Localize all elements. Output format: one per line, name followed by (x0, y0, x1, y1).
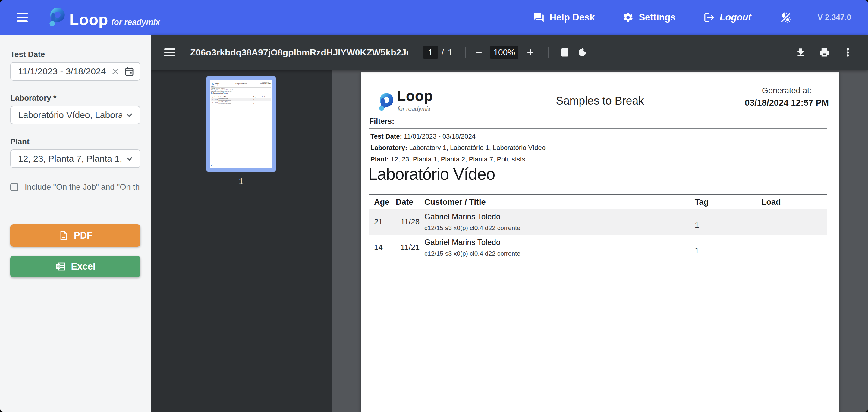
col-age: Age (211, 96, 215, 98)
thumbnail-page-preview: Loop for readymix Samples to Break Gener… (210, 80, 272, 168)
filter-sidebar: Test Date 11/1/2023 - 3/18/2024 Laborato… (0, 35, 151, 412)
table-row: 21 11/28 Gabriel Marins Toledo c12/15 s3… (211, 98, 271, 101)
filter-row-laboratory: Laboratory: Laboratory 1, Laboratório 1,… (211, 90, 271, 90)
cell-customer-title: Gabriel Marins Toledo c12/15 s3 x0(p) cl… (218, 98, 253, 101)
pdf-filename: Z06o3rkbdq38A97jO8gplbmRzdHJlYW0KZW5kb2J… (190, 47, 408, 58)
viewer-menu-icon[interactable] (164, 48, 175, 56)
pdf-export-button[interactable]: PDF (10, 225, 141, 247)
logout-icon (704, 12, 715, 23)
pdf-page: Loop for readymix Samples to Break Gener… (210, 80, 272, 168)
toolbar-divider (465, 47, 466, 58)
app-version: V 2.347.0 (818, 13, 851, 22)
col-tag: Tag (253, 96, 262, 98)
table-row: 14 11/21 Gabriel Marins Toledo c12/15 s3… (369, 235, 827, 261)
filter-row-laboratory: Laboratory: Laboratory 1, Laboratório 1,… (369, 144, 827, 152)
cell-age: 21 (369, 212, 396, 232)
filters-list: Test Date: 11/01/2023 - 03/18/2024 Labor… (369, 133, 827, 167)
theme-toggle-button[interactable] (779, 11, 792, 24)
col-date: Date (215, 96, 218, 98)
menu-icon[interactable] (14, 12, 30, 23)
fit-to-page-button[interactable] (560, 47, 570, 58)
generated-at-label: Generated at: (745, 86, 829, 96)
col-age: Age (369, 198, 396, 207)
filter-row-test-date: Test Date: 11/01/2023 - 03/18/2024 (369, 133, 827, 140)
clear-date-icon[interactable] (111, 67, 120, 76)
settings-button[interactable]: Settings (622, 12, 675, 23)
laboratory-select[interactable]: Laboratório Vídeo, Laborator (10, 106, 141, 125)
chevron-down-icon (124, 153, 134, 164)
table-row: 21 11/28 Gabriel Marins Toledo c12/15 s3… (369, 209, 827, 235)
cell-customer-title: Gabriel Marins Toledo c12/15 s3 x0(p) cl… (218, 102, 253, 104)
pdf-content-area[interactable]: Loop for readymix Samples to Break Gener… (332, 70, 868, 412)
app-logo-tagline: for readymix (111, 18, 160, 27)
cell-load (262, 102, 271, 104)
pdf-page: Loop for readymix Samples to Break Gener… (361, 72, 839, 412)
document-footer: Loopfor readymix Powered by Loop For Rea… (211, 165, 271, 166)
generated-at: Generated at: 03/18/2024 12:57 PM (745, 86, 829, 108)
excel-button-label: Excel (71, 261, 95, 272)
cell-customer-title: Gabriel Marins Toledo c12/15 s3 x0(p) cl… (424, 238, 695, 257)
plant-select[interactable]: 12, 23, Planta 7, Planta 1, Pla (10, 149, 141, 168)
thumbnail-panel: Loop for readymix Samples to Break Gener… (151, 70, 332, 412)
cell-date: 11/21 (396, 238, 424, 257)
rotate-button[interactable] (577, 47, 587, 58)
logout-button[interactable]: Logout (704, 12, 751, 23)
cell-load (761, 212, 827, 232)
cell-load (262, 98, 271, 101)
app-logo: Loopfor readymix (48, 7, 160, 27)
filters-list: Test Date: 11/01/2023 - 03/18/2024 Labor… (211, 88, 271, 93)
zoom-out-button[interactable] (473, 47, 484, 58)
zoom-level[interactable]: 100% (490, 46, 518, 59)
plant-value: 12, 23, Planta 7, Planta 1, Pla (18, 153, 122, 164)
footer-page-info: 1 / 1 (270, 165, 271, 166)
more-options-kebab-icon[interactable] (843, 47, 853, 58)
settings-label: Settings (639, 12, 675, 23)
cell-tag: 1 (253, 98, 262, 101)
generated-at: Generated at: 03/18/2024 12:57 PM (260, 82, 271, 84)
page-separator: / (441, 47, 444, 57)
help-desk-button[interactable]: Help Desk (533, 12, 595, 23)
include-checkbox[interactable] (10, 183, 19, 191)
filters-heading: Filters: (369, 117, 394, 126)
filter-row-test-date: Test Date: 11/01/2023 - 03/18/2024 (211, 88, 271, 89)
laboratory-value: Laboratório Vídeo, Laborator (18, 110, 122, 120)
zoom-in-button[interactable] (525, 47, 535, 58)
pdf-toolbar: Z06o3rkbdq38A97jO8gplbmRzdHJlYW0KZW5kb2J… (151, 35, 868, 70)
chevron-down-icon (124, 110, 134, 120)
cell-customer-title: Gabriel Marins Toledo c12/15 s3 x0(p) cl… (424, 212, 695, 232)
include-on-job-route-row: Include "On the Job" and "On the Route" (10, 182, 141, 192)
print-button[interactable] (819, 47, 830, 58)
filter-row-plant: Plant: 12, 23, Planta 1, Planta 2, Plant… (369, 156, 827, 163)
page-number-input[interactable]: 1 (424, 46, 438, 59)
col-date: Date (396, 198, 424, 207)
test-date-label: Test Date (10, 50, 141, 59)
cell-age: 14 (369, 238, 396, 257)
calendar-icon[interactable] (120, 66, 134, 76)
help-desk-label: Help Desk (550, 12, 595, 23)
excel-file-icon (55, 261, 66, 272)
app-window: Loopfor readymix Help Desk Settings Logo… (0, 0, 868, 412)
generated-at-value: 03/18/2024 12:57 PM (260, 83, 271, 84)
cell-tag: 1 (695, 238, 761, 257)
app-logo-name: Loop (69, 11, 108, 28)
divider (369, 128, 827, 129)
col-load: Load (262, 96, 271, 98)
excel-export-button[interactable]: Excel (10, 256, 141, 277)
test-date-input[interactable]: 11/1/2023 - 3/18/2024 (10, 62, 141, 81)
col-customer-title: Customer / Title (218, 96, 253, 98)
include-checkbox-label: Include "On the Job" and "On the Route" (25, 182, 141, 192)
loop-logo-icon (48, 7, 65, 27)
plant-label: Plant (10, 137, 141, 146)
filters-heading: Filters: (211, 86, 215, 87)
cell-date: 11/28 (215, 98, 218, 101)
toolbar-divider (548, 47, 549, 58)
cell-age: 21 (211, 98, 215, 101)
download-button[interactable] (796, 47, 806, 58)
page-thumbnail[interactable]: Loop for readymix Samples to Break Gener… (207, 76, 276, 172)
thumbnail-page-number: 1 (239, 176, 244, 186)
cell-tag: 1 (253, 102, 262, 104)
col-load: Load (761, 198, 827, 207)
cell-date: 11/21 (215, 102, 218, 104)
table-header-row: Age Date Customer / Title Tag Load (369, 194, 827, 209)
theme-toggle-icon (779, 11, 792, 24)
